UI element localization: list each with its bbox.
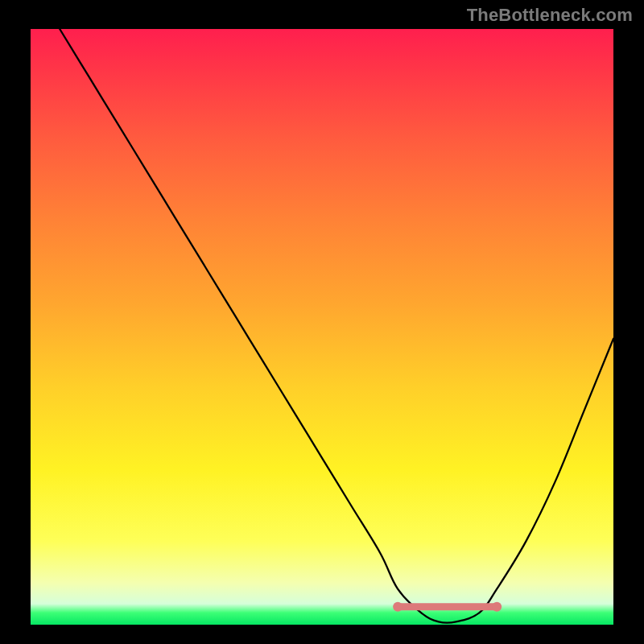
curve-svg [31, 29, 613, 625]
legend-dot-right [492, 602, 502, 612]
chart-frame: TheBottleneck.com [0, 0, 644, 644]
optimal-range-marker [393, 602, 502, 612]
bottleneck-curve [60, 29, 613, 623]
plot-area [31, 29, 613, 625]
watermark-text: TheBottleneck.com [467, 5, 633, 26]
legend-dot-left [393, 602, 402, 612]
